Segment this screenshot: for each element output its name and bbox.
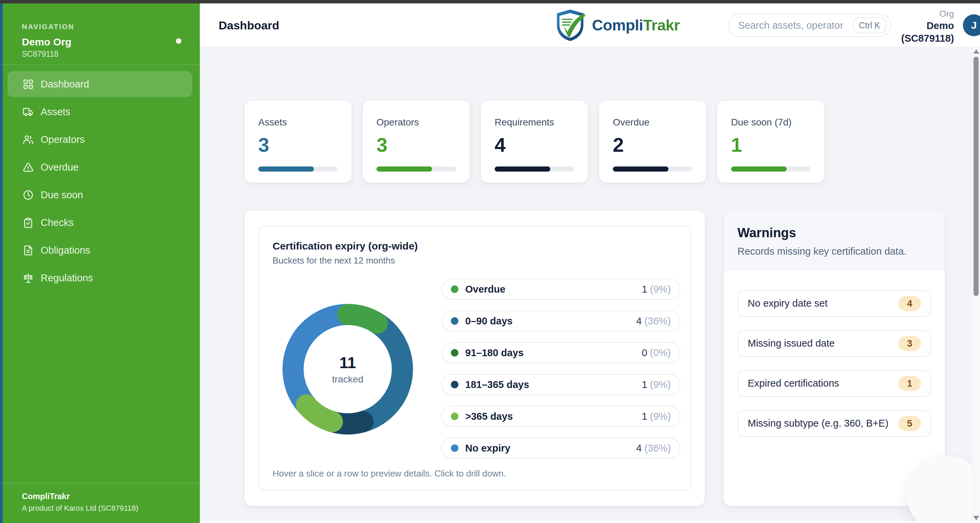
- bottom-edge-strip: [200, 521, 980, 523]
- sidebar-item-operators[interactable]: Operators: [8, 126, 192, 153]
- window-chrome-strip: [0, 0, 980, 3]
- legend-row-no-expiry[interactable]: No expiry 4 (36%): [441, 437, 681, 459]
- sidebar-item-label: Operators: [41, 134, 85, 145]
- legend-count: 1: [642, 411, 647, 422]
- warning-count-badge: 4: [898, 296, 921, 311]
- stat-value: 3: [376, 133, 456, 156]
- scale-icon: [22, 273, 34, 284]
- legend-count: 1: [642, 284, 647, 295]
- legend-dot: [451, 381, 458, 388]
- chart-subtitle: Buckets for the next 12 months: [273, 255, 395, 266]
- stat-card-assets[interactable]: Assets 3: [244, 100, 352, 183]
- warning-row-expired-certifications[interactable]: Expired certifications 1: [738, 370, 931, 397]
- donut-slice-0-90-days[interactable]: [363, 323, 402, 421]
- stat-value: 2: [613, 133, 692, 156]
- account-org-name: Demo: [901, 19, 954, 32]
- warning-count-badge: 3: [898, 336, 921, 351]
- legend-label: >365 days: [465, 411, 642, 422]
- sidebar-nav: Dashboard Assets Operators Overdue Due s…: [8, 71, 192, 291]
- legend-pct: (36%): [644, 443, 671, 454]
- legend-row-91-180-days[interactable]: 91–180 days 0 (0%): [441, 342, 681, 364]
- legend-label: Overdue: [465, 284, 642, 295]
- sidebar-item-checks[interactable]: Checks: [8, 209, 192, 236]
- sidebar: NAVIGATION Demo Org SC879118 Dashboard A…: [0, 3, 200, 523]
- stat-progress-fill: [613, 166, 668, 172]
- sidebar-item-obligations[interactable]: Obligations: [8, 237, 192, 263]
- scrollbar-thumb[interactable]: [974, 57, 978, 296]
- chart-title: Certification expiry (org-wide): [273, 240, 418, 252]
- stat-progress-fill: [258, 166, 314, 172]
- legend-row-overdue[interactable]: Overdue 1 (9%): [441, 279, 681, 300]
- page-title: Dashboard: [219, 18, 279, 32]
- brand-wordmark-part2: Trakr: [643, 16, 680, 34]
- stat-progress-track: [731, 166, 811, 172]
- brand-logo[interactable]: CompliTrakr: [555, 8, 680, 43]
- sidebar-item-label: Overdue: [41, 162, 79, 173]
- account-org-code: (SC879118): [901, 32, 954, 45]
- file-text-icon: [22, 245, 34, 256]
- stat-label: Overdue: [613, 117, 692, 128]
- sidebar-item-regulations[interactable]: Regulations: [8, 265, 192, 291]
- sidebar-footer-tagline: A product of Karox Ltd (SC879118): [22, 504, 181, 513]
- legend-count: 0: [642, 347, 647, 359]
- sidebar-item-dashboard[interactable]: Dashboard: [8, 71, 192, 97]
- legend-pct: (9%): [650, 379, 671, 391]
- legend-count: 4: [636, 443, 642, 454]
- sidebar-item-assets[interactable]: Assets: [8, 99, 192, 125]
- sidebar-item-label: Due soon: [41, 190, 83, 201]
- sidebar-org-header: NAVIGATION Demo Org SC879118: [0, 3, 200, 65]
- legend-count: 1: [642, 379, 647, 391]
- search-shortcut-hint: Ctrl K: [853, 18, 887, 33]
- warning-row-no-expiry-date[interactable]: No expiry date set 4: [738, 290, 931, 317]
- donut-slice-overdue[interactable]: [348, 314, 377, 323]
- stat-card-due-soon[interactable]: Due soon (7d) 1: [717, 100, 824, 183]
- warnings-title: Warnings: [738, 226, 931, 240]
- legend-label: 0–90 days: [465, 316, 636, 327]
- legend-row-181-365-days[interactable]: 181–365 days 1 (9%): [441, 374, 681, 395]
- top-header: Dashboard CompliTrakr Ctrl K Org Demo (S…: [200, 3, 980, 47]
- legend-dot: [451, 349, 458, 357]
- sidebar-section-label: NAVIGATION: [22, 22, 181, 31]
- certification-expiry-card: Certification expiry (org-wide) Buckets …: [244, 210, 705, 506]
- shield-check-logo-icon: [555, 8, 587, 42]
- account-org-label: Org: [901, 8, 954, 19]
- legend-count: 4: [636, 316, 642, 327]
- stat-progress-track: [613, 166, 692, 172]
- stat-card-operators[interactable]: Operators 3: [363, 100, 470, 183]
- warning-label: Expired certifications: [748, 377, 898, 390]
- legend-dot: [451, 413, 458, 420]
- scrollbar-up-arrow[interactable]: [973, 49, 979, 54]
- donut-chart-svg[interactable]: [276, 297, 420, 441]
- legend-row-0-90-days[interactable]: 0–90 days 4 (36%): [441, 310, 681, 332]
- warning-row-missing-issued-date[interactable]: Missing issued date 3: [738, 330, 931, 357]
- sidebar-item-label: Checks: [41, 217, 74, 228]
- stat-progress-track: [495, 166, 574, 172]
- global-search: Ctrl K: [728, 14, 891, 37]
- warning-count-badge: 5: [898, 416, 921, 431]
- stat-card-overdue[interactable]: Overdue 2: [599, 100, 706, 183]
- avatar[interactable]: J: [963, 14, 980, 36]
- stat-value: 1: [731, 133, 811, 156]
- sidebar-item-overdue[interactable]: Overdue: [8, 154, 192, 180]
- donut-slice--365-days[interactable]: [306, 405, 332, 422]
- legend-row-over-365-days[interactable]: >365 days 1 (9%): [441, 406, 681, 427]
- sidebar-item-label: Assets: [41, 106, 70, 118]
- brand-wordmark: CompliTrakr: [592, 16, 680, 34]
- org-status-dot: [176, 38, 181, 44]
- legend-dot: [451, 285, 458, 293]
- stat-card-requirements[interactable]: Requirements 4: [480, 100, 588, 183]
- legend-label: 91–180 days: [465, 347, 642, 359]
- truck-icon: [22, 106, 34, 118]
- scrollbar-down-arrow[interactable]: [973, 516, 979, 520]
- stat-label: Due soon (7d): [731, 117, 811, 128]
- legend-label: 181–365 days: [465, 379, 642, 391]
- donut-legend: Overdue 1 (9%) 0–90 days 4 (36%) 91–180 …: [441, 279, 681, 469]
- legend-label: No expiry: [465, 443, 636, 454]
- stat-progress-fill: [495, 166, 550, 172]
- sidebar-item-due-soon[interactable]: Due soon: [8, 182, 192, 208]
- account-info: Org Demo (SC879118): [901, 8, 954, 45]
- warnings-subtitle: Records missing key certification data.: [738, 246, 931, 257]
- warning-row-missing-subtype[interactable]: Missing subtype (e.g. 360, B+E) 5: [738, 410, 931, 437]
- main-content: Assets 3 Operators 3 Requirements 4 Over…: [200, 48, 972, 523]
- donut-slice-no-expiry[interactable]: [293, 314, 348, 405]
